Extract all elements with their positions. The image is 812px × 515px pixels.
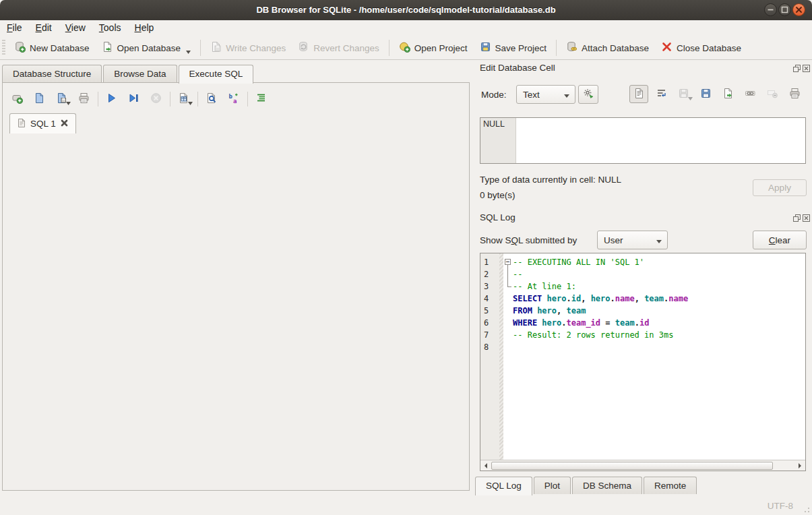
- attach-database-button[interactable]: Attach Database: [560, 38, 655, 57]
- copy-link-icon: [745, 88, 756, 101]
- edit-cell-dock-icon[interactable]: [793, 64, 801, 74]
- maximize-button[interactable]: [778, 3, 791, 16]
- stop-execution-icon: [150, 92, 162, 106]
- toolbar-label: Close Database: [677, 43, 741, 53]
- set-null-button[interactable]: [763, 85, 782, 103]
- print-cell-button[interactable]: [785, 85, 804, 103]
- toolbar-label: Save Project: [495, 43, 547, 53]
- resize-grip[interactable]: [803, 506, 810, 513]
- title-bar[interactable]: DB Browser for SQLite - /home/user/code/…: [0, 0, 812, 21]
- word-wrap-button[interactable]: [652, 85, 670, 103]
- bottom-tab-remote[interactable]: Remote: [644, 477, 697, 494]
- cell-type-info: Type of data currently in cell: NULL: [480, 175, 621, 185]
- menu-bar: FileEditViewToolsHelp: [0, 20, 812, 36]
- print-sql-button[interactable]: [75, 90, 92, 108]
- menu-tools[interactable]: Tools: [92, 20, 128, 33]
- main-tab-bar: Database StructureBrowse DataExecute SQL: [2, 65, 255, 84]
- export-cell-icon: [722, 88, 734, 101]
- execute-current-line-button[interactable]: [125, 90, 142, 108]
- sql-log-view[interactable]: 12345678 −-- EXECUTING ALL IN 'SQL 1'---…: [480, 253, 806, 471]
- bottom-tab-db-schema[interactable]: DB Schema: [572, 477, 642, 494]
- scroll-left-icon[interactable]: [480, 460, 491, 471]
- find-replace-button[interactable]: ba: [224, 90, 242, 108]
- toolbar-label: Write Changes: [226, 43, 286, 53]
- log-line: SELECT hero.id, hero.name, team.name: [503, 293, 805, 305]
- toolbar-label: Attach Database: [582, 43, 649, 53]
- line-number: 8: [480, 341, 499, 353]
- menu-edit[interactable]: Edit: [29, 20, 59, 33]
- revert-changes-icon: [298, 41, 309, 55]
- fold-collapse-icon[interactable]: −: [505, 259, 511, 265]
- import-cell-icon: [700, 88, 712, 101]
- sql-file-icon: [17, 118, 26, 130]
- tab-database-structure[interactable]: Database Structure: [2, 65, 102, 82]
- open-sql-file-button[interactable]: [30, 90, 48, 108]
- toolbar-label: Open Project: [414, 43, 468, 53]
- mode-select[interactable]: Text: [516, 85, 575, 104]
- sql-tab[interactable]: SQL 1: [9, 113, 76, 133]
- export-cell-button[interactable]: [718, 85, 737, 103]
- menu-file[interactable]: File: [0, 20, 29, 33]
- execute-sql-page: [2, 82, 470, 491]
- stop-execution-button[interactable]: [147, 90, 164, 108]
- app-window: DB Browser for SQLite - /home/user/code/…: [0, 0, 812, 515]
- new-database-button[interactable]: New Database: [8, 38, 96, 57]
- mode-value: Text: [523, 90, 540, 100]
- tab-execute-sql[interactable]: Execute SQL: [179, 65, 254, 84]
- save-sql-file-icon: [56, 92, 67, 106]
- edit-cell-close-icon[interactable]: [803, 64, 810, 74]
- toolbar-label: New Database: [30, 43, 90, 53]
- apply-button[interactable]: Apply: [753, 179, 807, 196]
- find-replace-icon: ba: [228, 92, 239, 106]
- revert-changes-button[interactable]: Revert Changes: [292, 38, 385, 57]
- set-null-icon: [767, 88, 778, 101]
- copy-link-button[interactable]: [741, 85, 759, 103]
- text-mode-icon: [633, 88, 645, 101]
- import-cell-button[interactable]: [696, 85, 715, 103]
- bottom-tab-plot[interactable]: Plot: [534, 477, 571, 494]
- text-mode-button[interactable]: [629, 85, 648, 103]
- tab-browse-data[interactable]: Browse Data: [103, 65, 177, 82]
- menu-view[interactable]: View: [59, 20, 92, 33]
- gear-icon: [583, 88, 594, 101]
- sql-log-dock-icon[interactable]: [793, 214, 801, 224]
- close-icon: [793, 4, 805, 16]
- new-database-icon: [14, 41, 26, 55]
- toolbar-label: Open Database: [117, 43, 181, 53]
- chevron-down-icon[interactable]: [186, 46, 191, 56]
- auto-switch-mode-button[interactable]: [578, 85, 598, 104]
- new-sql-tab-button[interactable]: [8, 90, 26, 108]
- export-results-button[interactable]: [175, 90, 192, 108]
- scroll-right-icon[interactable]: [794, 460, 805, 471]
- menu-help[interactable]: Help: [128, 20, 161, 33]
- line-number: 5: [480, 305, 499, 317]
- format-sql-button[interactable]: [252, 90, 270, 108]
- bottom-tab-bar: SQL LogPlotDB SchemaRemote: [475, 477, 698, 495]
- sql-tab-close-icon[interactable]: [60, 119, 69, 129]
- open-project-button[interactable]: Open Project: [393, 38, 474, 57]
- find-button[interactable]: [202, 90, 220, 108]
- bottom-tab-sql-log[interactable]: SQL Log: [475, 477, 532, 495]
- open-database-button[interactable]: Open Database: [96, 38, 197, 57]
- write-changes-button[interactable]: Write Changes: [204, 38, 292, 57]
- open-database-icon: [102, 41, 113, 55]
- toolbar-grip[interactable]: [2, 40, 5, 56]
- save-cell-button[interactable]: [674, 85, 693, 103]
- log-line: -- Result: 2 rows returned in 3ms: [503, 329, 805, 341]
- close-database-button[interactable]: Close Database: [655, 38, 747, 57]
- line-number: 7: [480, 329, 499, 341]
- log-filter-select[interactable]: User: [597, 231, 668, 249]
- execute-all-button[interactable]: [102, 90, 120, 108]
- scrollbar-thumb[interactable]: [491, 462, 773, 470]
- log-horizontal-scrollbar[interactable]: [480, 460, 805, 471]
- minimize-button[interactable]: [764, 3, 777, 16]
- clear-button[interactable]: Clear: [753, 231, 807, 249]
- cell-value-editor[interactable]: NULL: [480, 117, 806, 164]
- line-number: 6: [480, 317, 499, 329]
- save-project-button[interactable]: Save Project: [474, 38, 553, 57]
- format-sql-icon: [255, 92, 267, 106]
- log-filter-value: User: [604, 235, 623, 245]
- close-button[interactable]: [792, 3, 805, 16]
- save-sql-file-button[interactable]: [53, 90, 70, 108]
- sql-log-close-icon[interactable]: [803, 214, 810, 224]
